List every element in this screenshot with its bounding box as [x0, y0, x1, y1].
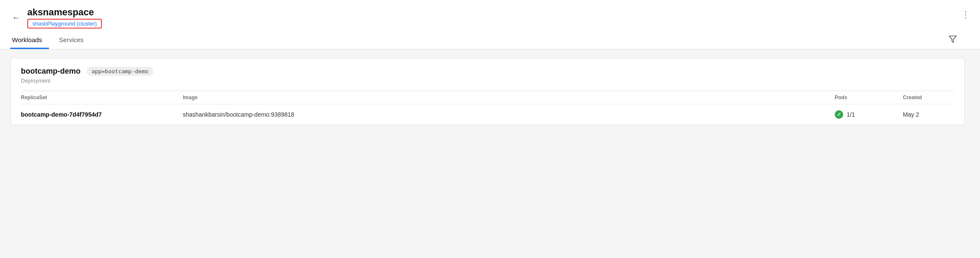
table-header-row: ReplicaSet Image Pods Created [21, 91, 954, 104]
deployment-type: Deployment [21, 77, 954, 84]
col-pods: Pods [835, 91, 903, 104]
created-date: May 2 [903, 104, 954, 125]
table-row[interactable]: bootcamp-demo-7d4f7954d7 shashankbarsin/… [21, 104, 954, 125]
label-badge: app=bootcamp-demo [86, 67, 153, 76]
filter-button[interactable] [948, 35, 957, 46]
more-button[interactable]: ⋮ [958, 7, 973, 22]
col-created: Created [903, 91, 954, 104]
svg-marker-0 [949, 36, 957, 43]
main-content: bootcamp-demo app=bootcamp-demo Deployme… [0, 49, 980, 134]
image-name: shashankbarsin/bootcamp-demo:9389818 [183, 104, 835, 125]
filter-icon [948, 35, 957, 43]
card-header: bootcamp-demo app=bootcamp-demo [21, 67, 954, 76]
cluster-badge[interactable]: shasbPlayground (cluster) [27, 19, 102, 29]
col-replicaset: ReplicaSet [21, 91, 183, 104]
pods-cell: ✓ 1/1 [835, 104, 903, 125]
deployment-name: bootcamp-demo [21, 67, 81, 76]
pods-status-icon: ✓ [835, 110, 843, 119]
header-left: ← aksnamespace shasbPlayground (cluster) [10, 7, 102, 29]
more-icon: ⋮ [961, 10, 970, 19]
tab-workloads[interactable]: Workloads [10, 33, 49, 49]
tab-services[interactable]: Services [58, 33, 91, 49]
tab-bar: Workloads Services [10, 33, 970, 49]
page-title: aksnamespace [27, 7, 102, 18]
page-header: ← aksnamespace shasbPlayground (cluster)… [0, 0, 980, 49]
back-icon: ← [12, 13, 20, 23]
pods-count: 1/1 [847, 111, 855, 118]
replicaset-table: ReplicaSet Image Pods Created bootcamp-d… [21, 91, 954, 125]
replicaset-name: bootcamp-demo-7d4f7954d7 [21, 104, 183, 125]
back-button[interactable]: ← [10, 11, 22, 24]
deployment-card: bootcamp-demo app=bootcamp-demo Deployme… [10, 58, 965, 125]
header-title-group: aksnamespace shasbPlayground (cluster) [27, 7, 102, 29]
col-image: Image [183, 91, 835, 104]
